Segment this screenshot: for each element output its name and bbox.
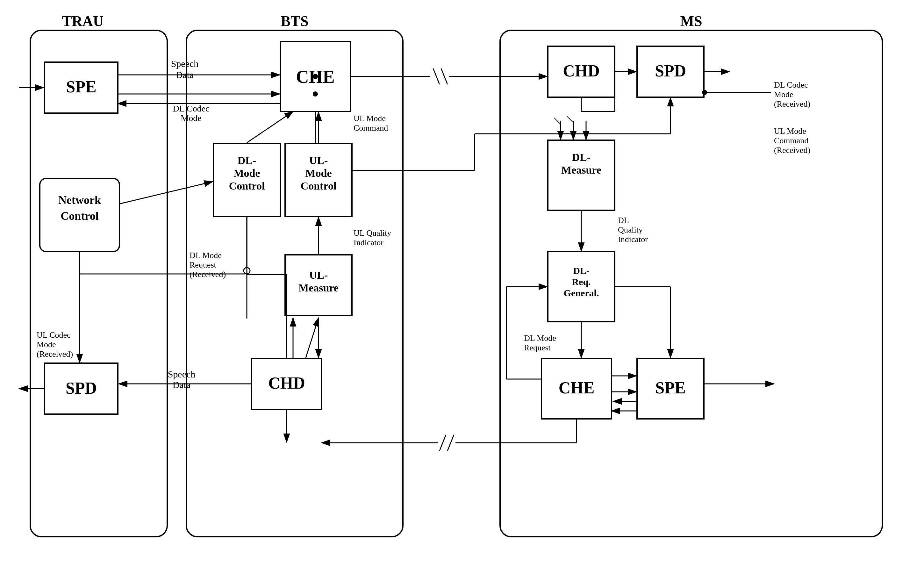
- ul-mode-ctrl-label-2: Mode: [305, 167, 332, 179]
- dl-quality-ind-label-3: Indicator: [618, 235, 648, 244]
- ul-mode-cmd-rcvd-label-1: UL Mode: [774, 126, 806, 136]
- dl-quality-ind-label-2: Quality: [618, 225, 643, 234]
- ul-mode-cmd-label-2: Command: [354, 123, 388, 132]
- dl-mode-ctrl-label-3: Control: [229, 180, 265, 192]
- dl-mode-req-label-1: DL Mode: [524, 333, 556, 343]
- architecture-diagram: TRAU BTS MS SPE Network Control SPD CHE …: [13, 13, 911, 554]
- speech-data-bot-label-1: Speech: [168, 369, 196, 380]
- che-bts-junction: [313, 74, 318, 79]
- dl-req-gen-label-1: DL-: [573, 266, 590, 276]
- network-control-label-2: Control: [60, 210, 98, 222]
- dl-mode-req-rcvd-label-2: Request: [189, 260, 217, 270]
- ul-quality-ind-bts-label-2: Indicator: [354, 238, 384, 247]
- ul-mode-ctrl-label-1: UL-: [309, 154, 328, 166]
- diagram-container: TRAU BTS MS SPE Network Control SPD CHE …: [13, 13, 911, 554]
- dl-measure-label-1: DL-: [572, 151, 591, 163]
- dl-req-gen-label-2: Req.: [572, 276, 591, 287]
- network-control-label-1: Network: [58, 194, 101, 206]
- speech-data-top-label-1: Speech: [171, 58, 199, 69]
- dl-mode-ctrl-label-1: DL-: [238, 154, 256, 166]
- ul-mode-cmd-label-1: UL Mode: [354, 114, 386, 123]
- dl-codec-rcvd-label-1: DL Codec: [774, 80, 808, 90]
- ul-codec-rcvd-label-1: UL Codec: [37, 330, 71, 340]
- dl-mode-req-label-2: Request: [524, 343, 551, 352]
- ul-codec-rcvd-label-2: Mode: [37, 340, 56, 349]
- ul-codec-rcvd-label-3: (Received): [37, 350, 73, 358]
- che-ms-label: CHE: [559, 379, 595, 397]
- ul-mode-cmd-rcvd-label-3: (Received): [774, 146, 810, 155]
- ul-quality-ind-bts-label-1: UL Quality: [354, 228, 391, 238]
- dl-codec-rcvd-label-2: Mode: [774, 90, 794, 99]
- spe-ms-label: SPE: [655, 379, 686, 397]
- dl-mode-ctrl-label-2: Mode: [234, 167, 260, 179]
- ul-mode-ctrl-label-3: Control: [301, 180, 337, 192]
- junction-dot-1: [702, 90, 707, 95]
- dl-codec-mode-label-1: DL Codec: [173, 104, 210, 113]
- dl-codec-rcvd-label-3: (Received): [774, 99, 810, 109]
- dl-quality-ind-label-1: DL: [618, 216, 629, 225]
- speech-data-top-label-2: Data: [176, 69, 194, 80]
- ul-mode-cmd-rcvd-label-2: Command: [774, 136, 808, 145]
- ul-measure-label-2: Measure: [298, 282, 339, 294]
- speech-data-bot-label-2: Data: [172, 380, 191, 390]
- spd-ms-label: SPD: [655, 62, 686, 80]
- trau-label: TRAU: [62, 13, 104, 29]
- spd-trau-label: SPD: [66, 379, 97, 397]
- bts-label: BTS: [281, 13, 309, 29]
- chd-bts-label: CHD: [268, 374, 305, 392]
- chd-ms-label: CHD: [563, 62, 600, 80]
- dl-mode-req-rcvd-label-1: DL Mode: [189, 251, 222, 260]
- dl-req-gen-label-3: General.: [564, 288, 599, 298]
- dl-measure-label-2: Measure: [561, 164, 602, 176]
- spe-trau-label: SPE: [66, 78, 96, 96]
- ms-label: MS: [680, 13, 702, 29]
- che-bts-junction-2: [313, 92, 318, 96]
- ul-measure-label-1: UL-: [309, 269, 328, 281]
- dl-codec-mode-label-2: Mode: [181, 113, 201, 123]
